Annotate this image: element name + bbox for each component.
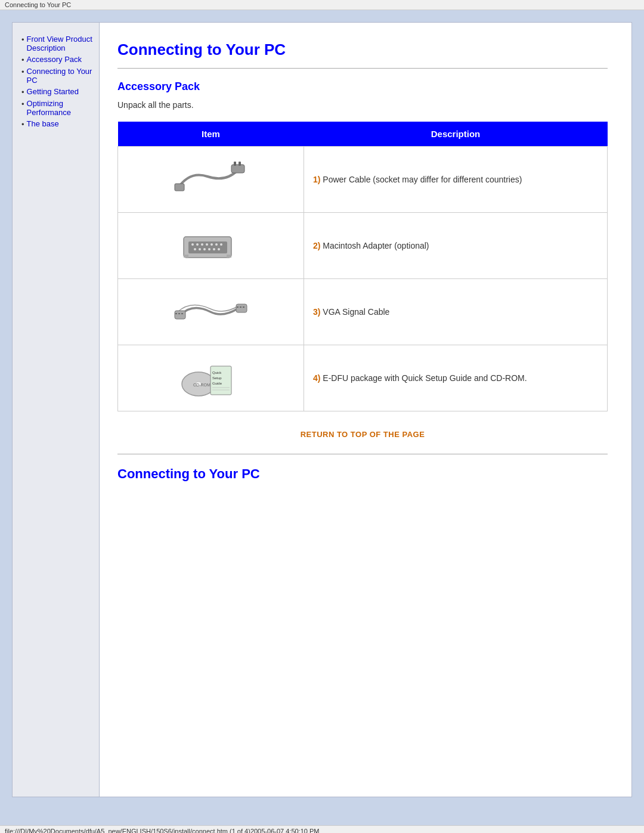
sidebar-item-accessory[interactable]: • Accessory Pack <box>21 55 93 64</box>
sidebar-item-started[interactable]: • Getting Started <box>21 87 93 97</box>
svg-point-8 <box>201 243 203 246</box>
bullet-icon: • <box>21 67 24 76</box>
item-cell-4: CD-ROM Quick Setup Guide <box>118 345 304 411</box>
svg-rect-0 <box>231 165 244 173</box>
sidebar-link-started[interactable]: Getting Started <box>27 87 79 96</box>
svg-point-17 <box>213 248 215 250</box>
svg-rect-19 <box>184 255 188 258</box>
item-number-1: 1) <box>313 175 320 184</box>
bottom-title: Connecting to Your PC <box>117 466 608 482</box>
sidebar-item-base[interactable]: • The base <box>21 119 93 129</box>
return-link-container: RETURN TO TOP OF THE PAGE <box>117 429 608 439</box>
page-title: Connecting to Your PC <box>117 41 608 59</box>
item-image-1 <box>169 156 252 203</box>
desc-cell-3: 3) VGA Signal Cable <box>304 279 607 345</box>
bottom-divider <box>117 454 608 454</box>
bullet-icon: • <box>21 55 24 64</box>
return-to-top-link[interactable]: RETURN TO TOP OF THE PAGE <box>301 430 425 439</box>
svg-rect-24 <box>181 313 183 314</box>
table-row: 2) Macintosh Adapter (optional) <box>118 213 608 279</box>
svg-point-16 <box>208 248 210 250</box>
main-container: • Front View Product Description • Acces… <box>12 22 632 797</box>
table-header-description: Description <box>304 122 607 147</box>
item-image-3 <box>169 288 252 336</box>
bullet-icon: • <box>21 120 24 129</box>
svg-point-12 <box>220 243 222 246</box>
table-row: 1) Power Cable (socket may differ for di… <box>118 147 608 213</box>
svg-rect-21 <box>175 311 185 319</box>
title-bar-text: Connecting to Your PC <box>5 1 71 8</box>
svg-point-10 <box>210 243 213 246</box>
intro-text: Unpack all the parts. <box>117 100 608 110</box>
sidebar: • Front View Product Description • Acces… <box>13 23 99 797</box>
bullet-icon: • <box>21 35 24 44</box>
item-number-4: 4) <box>313 373 320 383</box>
svg-text:Guide: Guide <box>212 382 222 385</box>
svg-rect-5 <box>188 241 227 253</box>
sidebar-link-accessory[interactable]: Accessory Pack <box>27 55 82 64</box>
svg-rect-27 <box>240 306 242 308</box>
svg-point-9 <box>206 243 208 246</box>
table-header-item: Item <box>118 122 304 147</box>
bullet-icon: • <box>21 100 24 109</box>
svg-rect-26 <box>237 306 239 308</box>
svg-point-15 <box>203 248 206 250</box>
table-row: 3) VGA Signal Cable <box>118 279 608 345</box>
svg-text:Setup: Setup <box>212 376 222 380</box>
item-cell-3 <box>118 279 304 345</box>
desc-cell-4: 4) E-DFU package with Quick Setup Guide … <box>304 345 607 411</box>
sidebar-link-connecting[interactable]: Connecting to Your PC <box>27 67 93 85</box>
item-cell-1 <box>118 147 304 213</box>
desc-cell-2: 2) Macintosh Adapter (optional) <box>304 213 607 279</box>
item-desc-4: E-DFU package with Quick Setup Guide and… <box>323 373 527 383</box>
svg-point-6 <box>191 243 194 246</box>
sidebar-link-performance[interactable]: Optimizing Performance <box>27 99 93 117</box>
title-bar: Connecting to Your PC <box>0 0 644 10</box>
svg-point-13 <box>194 248 196 250</box>
sidebar-link-base[interactable]: The base <box>27 119 59 128</box>
svg-rect-2 <box>239 162 241 166</box>
svg-rect-20 <box>227 255 231 258</box>
section-title: Accessory Pack <box>117 80 608 93</box>
sidebar-item-performance[interactable]: • Optimizing Performance <box>21 99 93 117</box>
svg-point-18 <box>218 248 220 250</box>
sidebar-item-front-view[interactable]: • Front View Product Description <box>21 35 93 52</box>
svg-text:CD-ROM: CD-ROM <box>193 383 210 387</box>
status-bar-text: file:///D|/My%20Documents/dfu/A5_new/ENG… <box>5 828 319 833</box>
svg-rect-23 <box>178 313 180 314</box>
desc-cell-1: 1) Power Cable (socket may differ for di… <box>304 147 607 213</box>
status-bar: file:///D|/My%20Documents/dfu/A5_new/ENG… <box>0 825 644 833</box>
item-desc-2: Macintosh Adapter (optional) <box>323 241 429 250</box>
item-desc-1: Power Cable (socket may differ for diffe… <box>323 175 522 184</box>
title-divider <box>117 68 608 69</box>
svg-rect-28 <box>243 306 244 308</box>
svg-rect-1 <box>234 162 236 166</box>
svg-point-14 <box>199 248 201 250</box>
item-cell-2 <box>118 213 304 279</box>
item-number-3: 3) <box>313 307 320 317</box>
svg-rect-22 <box>175 313 177 314</box>
svg-text:Quick: Quick <box>212 371 222 374</box>
svg-point-7 <box>196 243 199 246</box>
svg-rect-3 <box>175 184 184 191</box>
sidebar-item-connecting[interactable]: • Connecting to Your PC <box>21 67 93 85</box>
svg-point-11 <box>215 243 218 246</box>
item-number-2: 2) <box>313 241 320 250</box>
table-row: CD-ROM Quick Setup Guide <box>118 345 608 411</box>
content-area: Connecting to Your PC Accessory Pack Unp… <box>99 23 631 797</box>
bullet-icon: • <box>21 88 24 97</box>
sidebar-link-front-view[interactable]: Front View Product Description <box>27 35 93 52</box>
item-desc-3: VGA Signal Cable <box>323 307 389 317</box>
svg-rect-25 <box>236 304 247 312</box>
item-image-4: CD-ROM Quick Setup Guide <box>169 354 252 402</box>
sidebar-nav: • Front View Product Description • Acces… <box>21 35 93 129</box>
outer-wrapper: • Front View Product Description • Acces… <box>0 10 644 825</box>
item-image-2 <box>169 222 252 270</box>
accessory-table: Item Description <box>117 122 608 411</box>
